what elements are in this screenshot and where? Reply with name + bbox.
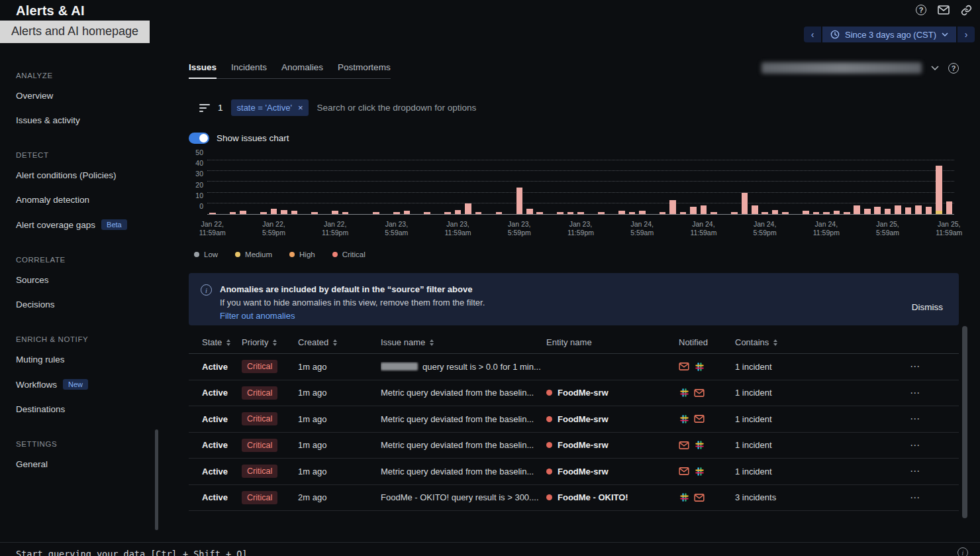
entity-cell[interactable]: FoodMe-srw [546,388,679,398]
issue-count-bar[interactable] [905,160,912,214]
issue-count-bar[interactable] [649,160,656,214]
issue-count-bar[interactable] [761,160,768,214]
share-link-button[interactable] [959,3,973,17]
issue-count-bar[interactable] [536,160,543,214]
sidebar-item-alert-conditions-policies[interactable]: Alert conditions (Policies) [16,163,166,188]
issue-count-bar[interactable] [926,160,932,214]
legend-item-high[interactable]: High [289,250,315,258]
sort-icon[interactable] [333,339,337,346]
tab-incidents[interactable]: Incidents [231,62,267,72]
issues-help-icon[interactable]: ? [948,63,959,74]
issue-count-bar[interactable] [393,160,400,214]
issue-count-bar[interactable] [496,160,503,214]
issue-count-bar[interactable] [598,160,605,214]
issue-name-cell[interactable]: Metric query deviated from the baselin..… [381,467,546,476]
column-header-priority[interactable]: Priority [242,337,298,347]
time-back-button[interactable]: ‹ [804,27,821,42]
table-row[interactable]: ActiveCritical1m agoMetric query deviate… [189,459,959,485]
issue-count-bar[interactable] [752,160,758,214]
row-menu-button[interactable]: ⋯ [910,465,959,477]
sort-icon[interactable] [226,339,230,346]
issue-count-bar[interactable] [813,160,820,214]
legend-item-critical[interactable]: Critical [332,250,366,258]
issue-name-cell[interactable]: Metric query deviated from the baselin..… [381,388,546,398]
table-scrollbar[interactable] [962,326,967,518]
issue-count-bar[interactable] [260,160,267,214]
issue-count-bar[interactable] [793,160,799,214]
issue-count-bar[interactable] [609,160,615,214]
row-menu-button[interactable]: ⋯ [910,492,959,504]
issue-count-bar[interactable] [742,160,748,214]
row-menu-button[interactable]: ⋯ [910,361,959,372]
table-row[interactable]: ActiveCritical1m agoMetric query deviate… [189,406,959,433]
issue-count-bar[interactable] [465,160,471,214]
issue-count-bar[interactable] [803,160,809,214]
row-menu-button[interactable]: ⋯ [910,413,959,425]
legend-item-low[interactable]: Low [194,250,218,258]
issue-name-cell[interactable]: FoodMe - OKITO! query result is > 300...… [381,492,546,502]
issue-count-bar[interactable] [895,160,901,214]
sort-icon[interactable] [773,339,777,346]
issue-count-bar[interactable] [332,160,338,214]
sidebar-item-destinations[interactable]: Destinations [16,397,166,421]
column-header-created[interactable]: Created [298,337,381,347]
issue-count-bar[interactable] [844,160,850,214]
dismiss-button[interactable]: Dismiss [912,302,943,312]
issue-count-bar[interactable] [557,160,564,214]
sidebar-item-workflows[interactable]: WorkflowsNew [16,372,166,397]
row-menu-button[interactable]: ⋯ [910,387,959,399]
sidebar-item-anomaly-detection[interactable]: Anomaly detection [16,188,166,212]
issue-count-bar[interactable] [864,160,871,214]
sidebar-scrollbar[interactable] [155,429,158,530]
issue-count-bar[interactable] [373,160,379,214]
issue-count-bar[interactable] [936,160,942,214]
issue-count-bar[interactable] [701,160,707,214]
issue-count-bar[interactable] [311,160,318,214]
issue-count-bar[interactable] [230,160,236,214]
issue-count-bar[interactable] [639,160,646,214]
show-issues-chart-toggle[interactable] [189,133,209,144]
issue-name-cell[interactable]: Metric query deviated from the baselin..… [381,440,546,450]
footer-info-icon[interactable]: i [957,547,968,556]
issue-count-bar[interactable] [690,160,697,214]
issue-count-bar[interactable] [854,160,860,214]
chevron-down-icon[interactable] [931,66,939,70]
issue-count-bar[interactable] [588,160,595,214]
issue-count-bar[interactable] [669,160,676,214]
issue-count-bar[interactable] [526,160,533,214]
issue-count-bar[interactable] [444,160,451,214]
issue-count-bar[interactable] [209,160,216,214]
row-menu-button[interactable]: ⋯ [910,439,959,451]
issue-count-bar[interactable] [271,160,277,214]
issue-count-bar[interactable] [363,160,369,214]
table-row[interactable]: ActiveCritical2m agoFoodMe - OKITO! quer… [189,485,959,512]
issue-count-bar[interactable] [434,160,441,214]
tab-anomalies[interactable]: Anomalies [281,62,323,72]
issue-count-bar[interactable] [383,160,390,214]
issue-count-bar[interactable] [721,160,728,214]
filter-search-input[interactable]: Search or click the dropdown for options [317,103,476,113]
issue-count-bar[interactable] [915,160,922,214]
issue-count-bar[interactable] [352,160,359,214]
issue-name-cell[interactable]: query result is > 0.0 for 1 min... [381,362,546,372]
issue-count-bar[interactable] [342,160,349,214]
issue-count-bar[interactable] [731,160,738,214]
issue-count-bar[interactable] [782,160,789,214]
issue-count-bar[interactable] [629,160,636,214]
account-selector-redacted[interactable] [761,62,922,74]
issue-count-bar[interactable] [567,160,574,214]
inbox-button[interactable] [936,3,951,17]
entity-cell[interactable]: FoodMe-srw [546,440,679,450]
entity-cell[interactable]: FoodMe - OKITO! [546,492,679,502]
column-header-contains[interactable]: Contains [735,337,814,347]
issue-count-bar[interactable] [946,160,953,214]
sort-icon[interactable] [273,339,277,346]
tab-postmortems[interactable]: Postmortems [338,62,391,72]
issue-name-cell[interactable]: Metric query deviated from the baselin..… [381,414,546,424]
issue-count-bar[interactable] [823,160,830,214]
query-bar[interactable]: Start querying your data [Ctrl + Shift +… [0,542,980,556]
entity-cell[interactable]: FoodMe-srw [546,467,679,476]
issue-count-bar[interactable] [660,160,666,214]
issue-count-bar[interactable] [475,160,482,214]
issue-count-bar[interactable] [516,160,523,214]
